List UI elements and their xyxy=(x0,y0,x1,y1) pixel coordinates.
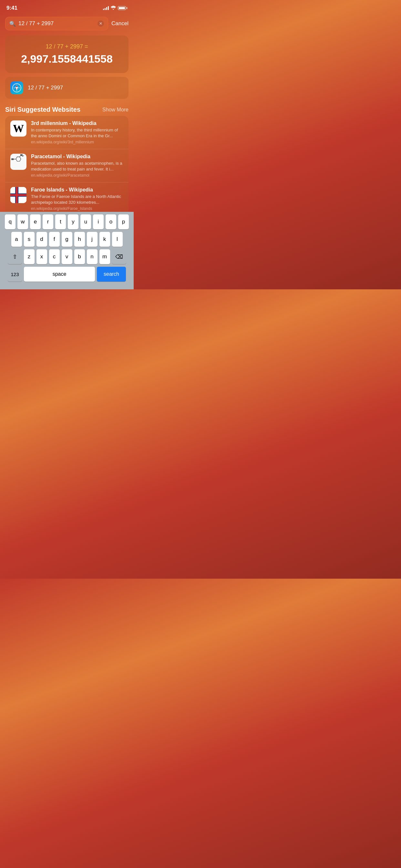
key-u[interactable]: u xyxy=(81,214,91,229)
key-i[interactable]: i xyxy=(93,214,104,229)
key-a[interactable]: a xyxy=(11,232,22,247)
keyboard-row-1: q w e r t y u i o p xyxy=(1,214,133,229)
key-p[interactable]: p xyxy=(118,214,129,229)
website-url-2: en.wikipedia.org/wiki/Paracetamol xyxy=(31,173,123,178)
key-r[interactable]: r xyxy=(42,214,53,229)
website-item-3[interactable]: Faroe Islands - Wikipedia The Faroe or F… xyxy=(5,182,128,215)
website-title-2: Paracetamol - Wikipedia xyxy=(31,154,123,159)
show-more-button[interactable]: Show More xyxy=(102,107,128,113)
space-key[interactable]: space xyxy=(24,267,95,282)
svg-marker-6 xyxy=(16,157,21,161)
website-info-1: 3rd millennium - Wikipedia In contempora… xyxy=(31,120,123,144)
key-h[interactable]: h xyxy=(74,232,85,247)
key-o[interactable]: o xyxy=(105,214,116,229)
key-q[interactable]: q xyxy=(5,214,16,229)
website-thumb-1: W xyxy=(10,120,27,136)
key-f[interactable]: f xyxy=(49,232,60,247)
keyboard-row-3: ⇧ z x c v b n m ⌫ xyxy=(1,249,133,264)
key-g[interactable]: g xyxy=(62,232,72,247)
website-url-3: en.wikipedia.org/wiki/Faroe_Islands xyxy=(31,206,123,211)
key-e[interactable]: e xyxy=(30,214,41,229)
safari-app-icon xyxy=(10,82,23,94)
key-z[interactable]: z xyxy=(24,249,35,264)
key-c[interactable]: c xyxy=(49,249,60,264)
molecule-icon: HO N H xyxy=(10,154,27,170)
search-key[interactable]: search xyxy=(97,267,126,282)
clear-button[interactable]: ✕ xyxy=(97,20,104,27)
svg-rect-18 xyxy=(10,194,27,196)
safari-suggestion[interactable]: 12 / 77 + 2997 xyxy=(5,77,128,99)
status-icons xyxy=(103,5,127,11)
key-n[interactable]: n xyxy=(87,249,97,264)
key-l[interactable]: l xyxy=(112,232,123,247)
key-k[interactable]: k xyxy=(99,232,110,247)
search-bar-container: 🔍 ✕ Cancel xyxy=(0,14,134,33)
shift-key[interactable]: ⇧ xyxy=(8,249,22,264)
website-title-1: 3rd millennium - Wikipedia xyxy=(31,120,123,126)
numbers-key[interactable]: 123 xyxy=(8,267,22,282)
wifi-icon xyxy=(111,5,116,11)
siri-section-title: Siri Suggested Websites xyxy=(5,106,81,113)
website-desc-1: In contemporary history, the third mille… xyxy=(31,127,123,138)
key-v[interactable]: v xyxy=(62,249,72,264)
key-b[interactable]: b xyxy=(74,249,85,264)
wikipedia-logo-1: W xyxy=(13,122,24,135)
website-desc-3: The Faroe or Faeroe Islands are a North … xyxy=(31,194,123,205)
key-m[interactable]: m xyxy=(99,249,110,264)
svg-point-0 xyxy=(113,9,114,10)
website-title-3: Faroe Islands - Wikipedia xyxy=(31,187,123,193)
calc-result: 2,997.1558441558 xyxy=(11,53,122,65)
faroe-flag-icon xyxy=(10,187,27,203)
status-time: 9:41 xyxy=(6,5,18,11)
search-icon: 🔍 xyxy=(9,21,16,27)
key-d[interactable]: d xyxy=(36,232,47,247)
website-item-1[interactable]: W 3rd millennium - Wikipedia In contempo… xyxy=(5,116,128,149)
website-info-2: Paracetamol - Wikipedia Paracetamol, als… xyxy=(31,154,123,178)
safari-suggestion-text: 12 / 77 + 2997 xyxy=(28,85,63,91)
website-url-1: en.wikipedia.org/wiki/3rd_millennium xyxy=(31,140,123,144)
key-s[interactable]: s xyxy=(24,232,35,247)
battery-icon xyxy=(118,6,127,10)
website-thumb-3 xyxy=(10,187,27,203)
calculator-card[interactable]: 12 / 77 + 2997 = 2,997.1558441558 xyxy=(5,35,128,73)
website-thumb-2: HO N H xyxy=(10,154,27,170)
key-j[interactable]: j xyxy=(87,232,97,247)
website-item-2[interactable]: HO N H Paracetamol - Wikipedia Parac xyxy=(5,149,128,182)
key-y[interactable]: y xyxy=(68,214,79,229)
signal-icon xyxy=(103,6,109,10)
keyboard-row-2: a s d f g h j k l xyxy=(1,232,133,247)
calc-expression: 12 / 77 + 2997 = xyxy=(11,43,122,50)
cancel-button[interactable]: Cancel xyxy=(112,20,128,27)
websites-card: W 3rd millennium - Wikipedia In contempo… xyxy=(5,116,128,215)
keyboard[interactable]: q w e r t y u i o p a s d f g h j k l ⇧ … xyxy=(0,212,134,289)
status-bar: 9:41 xyxy=(0,0,134,14)
svg-rect-19 xyxy=(16,187,18,203)
search-input[interactable] xyxy=(19,20,95,27)
search-input-wrapper[interactable]: 🔍 ✕ xyxy=(5,17,108,30)
delete-key[interactable]: ⌫ xyxy=(112,249,126,264)
svg-text:HO: HO xyxy=(11,159,14,160)
key-t[interactable]: t xyxy=(55,214,66,229)
key-w[interactable]: w xyxy=(18,214,28,229)
siri-section-header: Siri Suggested Websites Show More xyxy=(0,103,134,116)
keyboard-bottom-row: 123 space search xyxy=(1,267,133,288)
website-desc-2: Paracetamol, also known as acetaminophen… xyxy=(31,160,123,172)
key-x[interactable]: x xyxy=(36,249,47,264)
website-info-3: Faroe Islands - Wikipedia The Faroe or F… xyxy=(31,187,123,211)
safari-icon xyxy=(10,82,23,94)
